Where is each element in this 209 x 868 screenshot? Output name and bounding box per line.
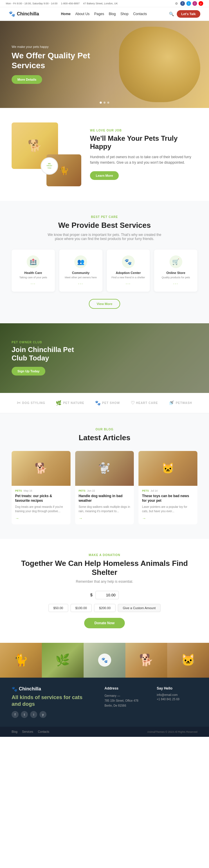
brand-pet-nature: 🌿 PET NATURE: [56, 400, 84, 406]
nav-about[interactable]: About Us: [75, 12, 89, 16]
bottom-bar: Blog Services Contacts AnimalThemes © 20…: [0, 727, 209, 737]
logo[interactable]: 🐾 Chinchilla: [9, 11, 39, 17]
bottom-nav-services[interactable]: Services: [22, 730, 33, 733]
articles-section: OUR BLOG Latest Articles 🐕 PETS May 15 P…: [0, 413, 209, 539]
logo-text: Chinchilla: [17, 11, 39, 17]
store-name: Online Store: [158, 271, 194, 275]
twitter-icon[interactable]: t: [186, 1, 191, 6]
footer-email-link[interactable]: info@email.com: [157, 693, 198, 696]
hero-dot-2[interactable]: [103, 101, 106, 103]
happy-images: 🐕 WETRUSTYOU 🐈: [11, 122, 81, 186]
amount-input[interactable]: [95, 591, 119, 599]
hero-dot-3[interactable]: [108, 101, 110, 103]
nav-shop[interactable]: Shop: [120, 12, 128, 16]
footer-facebook-icon[interactable]: f: [11, 711, 19, 718]
hero-content: We make your pets happy We Offer Quality…: [11, 45, 93, 84]
logo-icon: 🐾: [9, 11, 15, 17]
club-tag: PET OWNER CLUB: [11, 341, 81, 344]
article-1-date: May 15: [24, 489, 32, 492]
article-1-category: PETS: [15, 489, 22, 492]
brand-heart-care: ♡ Heart Care: [131, 400, 158, 406]
service-adoption[interactable]: 🐾 Adoption Center Find a new friend in a…: [107, 250, 150, 292]
brand-petwash: 🚿 PETWASH: [168, 400, 192, 406]
amount-50-button[interactable]: $50.00: [49, 604, 68, 612]
brands-section: ✂ DOG STYLING 🌿 PET NATURE 🐾 Pet Show ♡ …: [0, 393, 209, 413]
community-sub: Meet other pet owners here: [63, 276, 99, 279]
facebook-icon[interactable]: f: [180, 1, 185, 6]
hero-cta-button[interactable]: More Details: [11, 75, 42, 84]
article-3-tags: PETS Jul 14: [142, 489, 194, 492]
footer-brand: 🐾 Chinchilla All kinds of services for c…: [11, 686, 93, 718]
search-button[interactable]: 🔍: [169, 11, 174, 16]
article-3-arrow[interactable]: →: [142, 516, 146, 521]
service-store[interactable]: 🛒 Online Store Quality products for pets…: [154, 250, 198, 292]
bottom-nav: Blog Services Contacts: [11, 730, 49, 733]
services-tag: BEST PET CARE: [11, 215, 198, 219]
article-1-arrow[interactable]: →: [15, 516, 19, 521]
article-3[interactable]: 🐱 PETS Jul 14 These toys can be bad news…: [139, 451, 198, 524]
brand-icon-5: 🚿: [168, 400, 175, 406]
nav-home[interactable]: Home: [61, 12, 70, 16]
footer-address-title: Address: [104, 686, 145, 690]
adoption-dots: ···: [110, 281, 147, 286]
brand-icon-4: ♡: [131, 400, 135, 406]
footer-phone-link[interactable]: +1 840 841 25 69: [157, 698, 198, 701]
brand-icon-1: ✂: [17, 400, 21, 406]
instagram-icon[interactable]: i: [192, 1, 197, 6]
article-3-date: Jul 14: [151, 489, 158, 492]
nav-blog[interactable]: Blog: [109, 12, 116, 16]
hero-subtitle: We make your pets happy: [11, 45, 93, 49]
amount-100-button[interactable]: $100.00: [70, 604, 92, 612]
learn-more-button[interactable]: Learn More: [90, 171, 119, 180]
custom-amount-button[interactable]: Give a Custom Amount: [118, 604, 160, 612]
bottom-nav-blog[interactable]: Blog: [11, 730, 18, 733]
footer-logo-icon: 🐾: [11, 686, 18, 692]
article-2-content: PETS Jun 22 Handle dog walking in bad we…: [75, 486, 134, 524]
amount-200-button[interactable]: $200.00: [94, 604, 116, 612]
happy-section: 🐕 WETRUSTYOU 🐈 WE LOVE OUR JOB We'll Mak…: [0, 108, 209, 201]
services-section: BEST PET CARE We Provide Best Services W…: [0, 201, 209, 323]
community-name: Community: [63, 271, 99, 275]
donation-title: Together We Can Help Homeless Animals Fi…: [11, 559, 198, 577]
settings-icon[interactable]: ⚙: [175, 2, 178, 5]
article-2[interactable]: 🐩 PETS Jun 22 Handle dog walking in bad …: [75, 451, 134, 524]
header: 🐾 Chinchilla Home About Us Pages Blog Sh…: [0, 7, 209, 21]
article-1[interactable]: 🐕 PETS May 15 Pet treats: our picks & fa…: [11, 451, 70, 524]
youtube-icon[interactable]: y: [199, 1, 203, 6]
donate-now-button[interactable]: Donate Now: [84, 618, 124, 628]
services-grid: 🏥 Health Care Taking care of your pets ·…: [11, 250, 198, 292]
footer-social-links: f t i y: [11, 711, 93, 718]
article-2-arrow[interactable]: →: [79, 516, 83, 521]
store-icon: 🛒: [170, 255, 182, 268]
gallery-image-5: 🐱: [167, 643, 209, 678]
footer-youtube-icon[interactable]: y: [39, 711, 47, 718]
main-nav: Home About Us Pages Blog Shop Contacts: [61, 12, 147, 16]
hero-dot-1[interactable]: [100, 101, 102, 103]
lets-talk-button[interactable]: Let's Talk: [177, 10, 200, 18]
phone-text: 1-800-456-8897: [61, 2, 80, 5]
view-more-button[interactable]: View More: [89, 299, 120, 309]
nav-contacts[interactable]: Contacts: [133, 12, 147, 16]
service-health-care[interactable]: 🏥 Health Care Taking care of your pets ·…: [11, 250, 55, 292]
adoption-name: Adoption Center: [110, 271, 147, 275]
service-community[interactable]: 👥 Community Meet other pet owners here ·…: [59, 250, 102, 292]
footer-twitter-icon[interactable]: t: [21, 711, 28, 718]
services-title: We Provide Best Services: [11, 221, 198, 230]
gallery-image-1: 🐈: [0, 643, 42, 678]
footer-address-line-2: 785 15h Street, Office 478: [104, 698, 145, 703]
amount-buttons: $50.00 $100.00 $200.00 Give a Custom Amo…: [11, 604, 198, 612]
badge-text: WETRUSTYOU: [47, 163, 52, 169]
pet-club-content: PET OWNER CLUB Join Chinchilla Pet Club …: [11, 341, 81, 376]
article-3-title: These toys can be bad news for your pet: [142, 494, 194, 503]
currency-symbol: $: [90, 593, 93, 597]
footer-address-line-1: Germany —: [104, 693, 145, 698]
footer-instagram-icon[interactable]: i: [30, 711, 37, 718]
article-1-image: 🐕: [11, 451, 70, 486]
bottom-nav-contacts[interactable]: Contacts: [38, 730, 49, 733]
article-2-title: Handle dog walking in bad weather: [79, 494, 131, 503]
signup-button[interactable]: Sign Up Today: [11, 367, 45, 375]
brand-icon-3: 🐾: [95, 400, 101, 406]
nav-pages[interactable]: Pages: [94, 12, 104, 16]
articles-tag: OUR BLOG: [11, 428, 198, 431]
brand-name-2: PET NATURE: [63, 401, 84, 405]
